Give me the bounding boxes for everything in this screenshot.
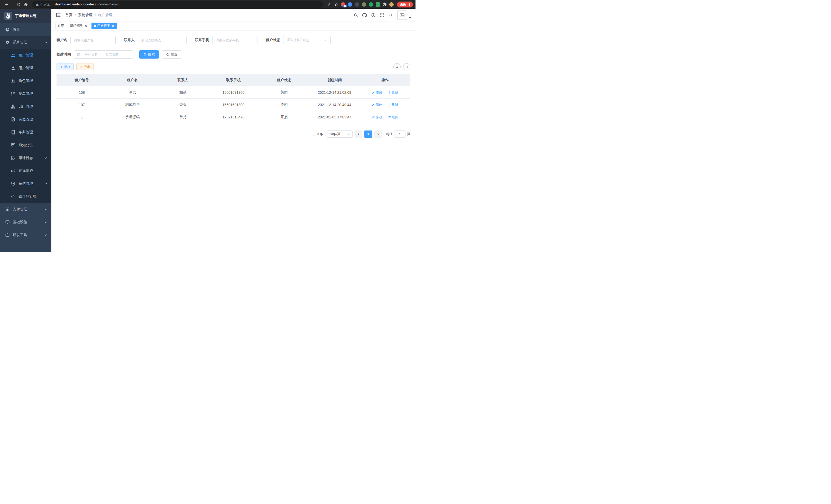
browser-refresh-button[interactable] [15,1,22,8]
sidebar-item-sms-mgmt[interactable]: 短信管理 [0,177,51,190]
extension-icon-1[interactable]: 10 [341,2,345,7]
bookmark-star-icon[interactable] [333,1,340,8]
goto-page-input[interactable] [394,130,405,138]
header-search-icon[interactable] [351,11,360,20]
breadcrumb-item-system[interactable]: 系统管理 [78,13,92,18]
start-date-input[interactable] [82,53,101,57]
end-date-input[interactable] [103,53,122,57]
address-bar[interactable]: 不安全 dashboard.yudao.iocoder.cn /system/t… [32,1,323,8]
breadcrumb-separator: / [75,13,76,17]
reset-button[interactable]: 重置 [162,50,181,59]
sidebar-item-user-mgmt[interactable]: 用户管理 [0,62,51,75]
sidebar-item-role-mgmt[interactable]: 角色管理 [0,75,51,87]
cell-actions: 修改 删除 [360,115,410,119]
sidebar-item-label: 菜单管理 [19,91,47,96]
tag-tenant-mgmt[interactable]: 租户管理 [91,23,117,29]
security-status-label: 不安全 [40,2,50,7]
breadcrumb-item-tenant: 租户管理 [98,13,113,18]
cell-tenant-id: 107 [57,103,107,107]
create-time-range-picker[interactable]: - [74,50,133,59]
sidebar-group-dev-tools[interactable]: 研发工具 [0,229,51,241]
sidebar-item-label: 研发工具 [13,233,44,237]
fullscreen-icon[interactable] [378,11,386,20]
audit-log-icon [11,156,16,160]
app-logo-bar[interactable]: 芋道管理系统 [0,9,51,23]
sidebar-item-error-code[interactable]: 错误码管理 [0,190,51,203]
edit-link-label: 修改 [376,102,382,107]
extension-icon-6[interactable] [376,2,380,7]
mobile-label: 联系手机 [195,38,209,42]
cell-contact: 秃头 [157,102,208,107]
refresh-table-button[interactable] [403,63,410,70]
edit-link-label: 修改 [376,90,382,95]
system-submenu: 租户管理 用户管理 角色管理 [0,49,51,203]
app-navbar: 首页 / 系统管理 / 租户管理 [51,9,416,22]
browser-update-button[interactable]: 更新 [397,2,413,7]
delete-link[interactable]: 删除 [388,115,399,119]
sidebar-item-post-mgmt[interactable]: 岗位管理 [0,113,51,126]
cell-mobile: 15601691300 [208,103,259,107]
tenant-table: 租户编号 租户名 联系人 联系手机 租户状态 创建时间 操作 108 测试 测试… [57,74,410,123]
sidebar-item-home[interactable]: 首页 [0,23,51,36]
table-header-row: 租户编号 租户名 联系人 联系手机 租户状态 创建时间 操作 [57,74,410,86]
extension-icon-3[interactable] [355,2,359,7]
close-icon[interactable] [84,24,88,28]
calendar-icon [77,53,80,56]
tag-dept-mgmt[interactable]: 部门管理 [68,23,90,29]
sidebar-item-menu-mgmt[interactable]: 菜单管理 [0,87,51,100]
delete-link[interactable]: 删除 [388,90,399,95]
github-icon[interactable] [360,11,369,20]
delete-link[interactable]: 删除 [388,102,399,107]
toggle-search-button[interactable] [393,63,401,70]
sidebar-item-label: 支付管理 [13,207,44,212]
next-page-button[interactable] [374,130,382,138]
dev-tools-icon [5,233,10,237]
extension-icon-4[interactable] [362,2,366,7]
export-button[interactable]: 导出 [76,63,93,70]
sidebar-toggle-icon[interactable] [56,12,61,18]
edit-link[interactable]: 修改 [372,102,382,107]
close-icon[interactable] [111,24,115,28]
tenant-name-input[interactable] [70,36,116,44]
add-button[interactable]: 新增 [57,63,74,70]
edit-link[interactable]: 修改 [372,90,382,95]
extension-icon-5[interactable] [369,2,373,7]
tenant-status-label: 租户状态 [266,38,280,42]
sidebar-item-dept-mgmt[interactable]: 部门管理 [0,100,51,113]
avatar-dropdown[interactable] [397,10,411,20]
share-icon[interactable] [326,1,333,8]
post-badge-icon [11,117,16,122]
col-tenant-id: 租户编号 [57,78,107,83]
profile-avatar-icon[interactable] [389,2,394,7]
sidebar-item-online-users[interactable]: 在线用户 [0,165,51,177]
font-size-icon[interactable] [386,11,395,20]
cell-status: 关闭 [259,90,309,95]
tag-home[interactable]: 首页 [56,23,66,29]
sidebar-item-notice[interactable]: 通知公告 [0,139,51,152]
sidebar-item-audit-log[interactable]: 审计日志 [0,152,51,165]
help-question-icon[interactable] [369,11,378,20]
prev-page-button[interactable] [354,130,362,138]
contact-input[interactable] [138,36,187,44]
browser-menu-kebab-icon [408,3,411,6]
mobile-input[interactable] [212,36,257,44]
delete-link-label: 删除 [392,115,399,119]
sidebar-group-infra[interactable]: 基础设施 [0,216,51,229]
page-size-select[interactable]: 10条/页 [327,130,352,138]
extensions-puzzle-icon[interactable] [381,1,388,8]
user-avatar [397,10,407,20]
search-button[interactable]: 搜索 [139,50,159,59]
menu-list-icon [11,91,16,96]
sidebar-group-pay[interactable]: 支付管理 [0,203,51,216]
cell-contact: 测试 [157,90,208,95]
browser-home-button[interactable] [22,1,29,8]
page-number-button[interactable]: 1 [364,130,372,138]
tenant-status-select[interactable]: 请选择租户状态 [283,36,331,44]
extension-icon-2[interactable] [348,2,352,7]
browser-back-button[interactable] [3,1,10,8]
sidebar-item-dict-mgmt[interactable]: 字典管理 [0,126,51,139]
sidebar-item-tenant-mgmt[interactable]: 租户管理 [0,49,51,62]
edit-link[interactable]: 修改 [372,115,382,119]
breadcrumb-item-home[interactable]: 首页 [65,13,73,18]
sidebar-group-system[interactable]: 系统管理 [0,36,51,49]
